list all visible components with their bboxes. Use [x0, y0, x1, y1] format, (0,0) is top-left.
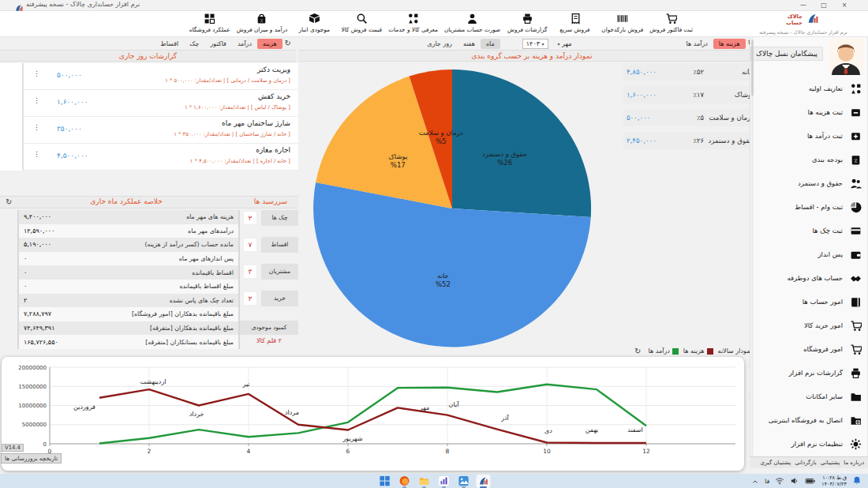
sidebar-scrollbar[interactable] — [751, 37, 754, 456]
due-label[interactable]: اقساط — [261, 237, 298, 253]
taskbar-chart-app-icon[interactable] — [437, 475, 451, 488]
svg-text:12: 12 — [642, 448, 650, 455]
legend-expenses[interactable]: هزینه ها — [683, 347, 713, 355]
tab-incomes[interactable]: درآمد ها — [681, 39, 713, 49]
tab-period-month[interactable]: ماه — [481, 39, 500, 49]
pie-slice[interactable] — [452, 69, 591, 217]
category-amount: ۵۰۰,۰۰۰ — [623, 114, 672, 122]
due-item-purchases[interactable]: خرید ۲ — [241, 291, 298, 306]
report-row[interactable]: شارژ ساختمان مهر ماه [ خانه / شارژ ساختم… — [22, 117, 298, 144]
brand-block: چالاکحساب نرم افزار حسابداری چالاک - نسخ… — [743, 11, 863, 35]
sidebar-item-software-settings[interactable]: تنظیمات نرم افزار — [750, 432, 868, 456]
taskbar-chalak-icon[interactable] — [477, 475, 491, 488]
sidebar-item-account-affairs[interactable]: امور حساب ها — [750, 290, 868, 313]
taskbar-explorer-icon[interactable] — [417, 475, 432, 488]
minimize-button[interactable]: — — [793, 0, 814, 10]
toolbar-customer-statement-button[interactable]: صورت حساب مشتریان — [441, 13, 503, 33]
tab-period-week[interactable]: هفته — [458, 39, 481, 49]
sidebar-item-register-checks[interactable]: ثبت چک ها — [750, 219, 868, 242]
month-select[interactable]: مهر ▾ — [558, 40, 572, 47]
stock-shortage-label[interactable]: کمبود موجودی — [240, 321, 298, 335]
toolbar-store-performance-button[interactable]: عملکرد فروشگاه — [186, 13, 234, 33]
legend-incomes[interactable]: درآمد ها — [648, 347, 678, 355]
due-label[interactable]: چک ها — [261, 210, 298, 226]
year-select[interactable]: ▾ ۱۴۰۳ — [522, 39, 548, 49]
toolbar-inventory-button[interactable]: موجودی انبار — [290, 13, 338, 33]
sidebar-item-purchase-affairs[interactable]: امور خرید کالا — [750, 313, 868, 337]
avatar[interactable] — [829, 39, 863, 75]
language-indicator[interactable]: فا — [765, 478, 769, 485]
refresh-icon[interactable]: ↻ — [282, 39, 294, 48]
sidebar-item-payroll[interactable]: حقوق و دستمزد — [750, 171, 868, 195]
status-link[interactable]: بازگردانی — [795, 460, 817, 466]
sidebar-item-budgeting[interactable]: ٪ بودجه بندی — [750, 148, 868, 171]
due-item-installments[interactable]: اقساط ۷ — [241, 237, 298, 253]
row-menu-icon[interactable]: ⋮ — [33, 151, 40, 158]
due-item-customers[interactable]: مشتریان ۳ — [241, 264, 298, 280]
taskbar-start-icon[interactable] — [378, 475, 392, 488]
tab-report-invoice[interactable]: فاکتور — [204, 39, 231, 49]
tab-expenses[interactable]: هزینه ها — [713, 39, 746, 49]
report-row[interactable]: اجاره مغازه [ خانه / اجاره ] | تعداد/مقد… — [22, 144, 298, 171]
svg-text:0: 0 — [43, 441, 47, 448]
sidebar-item-register-incomes[interactable]: ثبت درآمد ها — [750, 124, 868, 148]
status-link[interactable]: پشتیبانی — [821, 460, 840, 466]
taskbar-photos-icon[interactable] — [457, 475, 471, 488]
row-menu-icon[interactable]: ⋮ — [33, 97, 40, 104]
tab-report-income[interactable]: درآمد — [232, 39, 257, 49]
status-link[interactable]: پشتیبان گیری — [760, 460, 791, 466]
sidebar-item-label: سایر امکانات — [806, 392, 843, 400]
tab-report-check[interactable]: چک — [184, 39, 204, 49]
toolbar-define-goods-button[interactable]: معرفی کالا و خدمات — [385, 13, 441, 33]
pie-table-row[interactable]: درمان و سلامت ٪۵ ۵۰۰,۰۰۰ — [623, 109, 759, 126]
maximize-button[interactable]: □ — [814, 0, 834, 10]
row-menu-icon[interactable]: ⋮ — [33, 70, 40, 77]
tab-report-expense[interactable]: هزینه — [257, 39, 282, 49]
svg-text:2: 2 — [148, 448, 152, 455]
due-label[interactable]: مشتریان — [261, 264, 298, 280]
due-item-checks[interactable]: چک ها ۲ — [241, 210, 298, 226]
tab-period-today[interactable]: روز جاری — [421, 39, 458, 49]
volume-icon[interactable] — [790, 474, 799, 488]
pie-chart-title: نمودار درآمد و هزینه بر حسب گروه بندی — [298, 50, 765, 62]
sidebar-item-savings[interactable]: پس انداز — [750, 242, 868, 266]
toolbar-sale-reports-button[interactable]: گزارشات فروش — [503, 13, 551, 33]
refresh-icon[interactable]: ↻ — [3, 197, 14, 207]
refresh-icon[interactable]: ↻ — [632, 347, 643, 356]
taskbar-firefox-icon[interactable] — [398, 475, 412, 488]
pie-table-row[interactable]: پوشاک ٪۱۷ ۱,۶۰۰,۰۰۰ — [623, 86, 759, 103]
summary-label: درآمدهای مهر ماه — [188, 227, 234, 235]
row-menu-icon[interactable]: ⋮ — [33, 124, 40, 131]
sidebar-item-online-store-connection[interactable]: اتصال به فروشگاه اینترنتی — [750, 408, 868, 432]
due-label[interactable]: خرید — [261, 291, 298, 306]
sidebar-item-two-way-accounts[interactable]: حساب های دوطرفه — [750, 266, 868, 290]
header: چالاکحساب نرم افزار حسابداری چالاک - نسخ… — [0, 11, 868, 37]
battery-icon[interactable] — [805, 474, 816, 488]
toolbar-quick-sale-button[interactable]: فروش سریع — [551, 13, 598, 33]
close-button[interactable]: × — [834, 0, 855, 10]
sidebar-item-initial-definitions[interactable]: تعاریف اولیه — [750, 77, 868, 100]
wifi-icon[interactable] — [775, 474, 784, 488]
report-row[interactable]: خرید کفش [ پوشاک / لباس ] | تعداد/مقدار:… — [22, 90, 298, 117]
pie-table-row[interactable]: خانه ٪۵۲ ۴,۸۵۰,۰۰۰ — [623, 63, 759, 81]
sidebar-item-loans-installments[interactable]: ثبت وام - اقساط — [750, 195, 868, 219]
toolbar-sale-invoice-button[interactable]: ثبت فاکتور فروش — [646, 13, 696, 33]
report-row[interactable]: ویزیت دکتر [ درمان و سلامت / درمانی ] | … — [22, 63, 298, 90]
stock-shortage-value[interactable]: ۲ قلم کالا — [240, 337, 298, 344]
sidebar-item-software-reports[interactable]: گزارشات نرم افزار — [750, 361, 868, 385]
tab-report-installment[interactable]: اقساط — [155, 39, 184, 49]
svg-text:4: 4 — [247, 448, 251, 455]
notification-bell-icon[interactable] — [852, 474, 862, 488]
user-name-label[interactable]: پیشگامان نسل چالاک — [750, 47, 823, 61]
sidebar-item-register-expenses[interactable]: ثبت هزینه ها — [750, 100, 868, 124]
status-link[interactable]: درباره ما — [844, 460, 864, 466]
toolbar-barcode-sale-button[interactable]: فروش بارکدخوان — [598, 13, 646, 33]
sidebar-item-other-features[interactable]: سایر امکانات — [750, 385, 868, 408]
update-history-button[interactable]: تاریخچه بروزرسانی ها — [1, 453, 62, 464]
sidebar-item-store-affairs[interactable]: امور فروشگاه — [750, 337, 868, 361]
clock[interactable]: ۱۰:۲۸ ق.ظ۱۴۰۳/۰۷/۲۳ — [821, 475, 847, 487]
pie-table-row[interactable]: حقوق و دستمزد ٪۲۶ ۲,۴۵۰,۰۰۰ — [623, 132, 759, 149]
toolbar-sale-price-button[interactable]: قیمت فروش کالا — [338, 13, 385, 33]
chevron-up-icon[interactable] — [751, 474, 759, 488]
toolbar-income-sales-button[interactable]: ٪ درآمد و میزان فروش — [234, 13, 291, 33]
